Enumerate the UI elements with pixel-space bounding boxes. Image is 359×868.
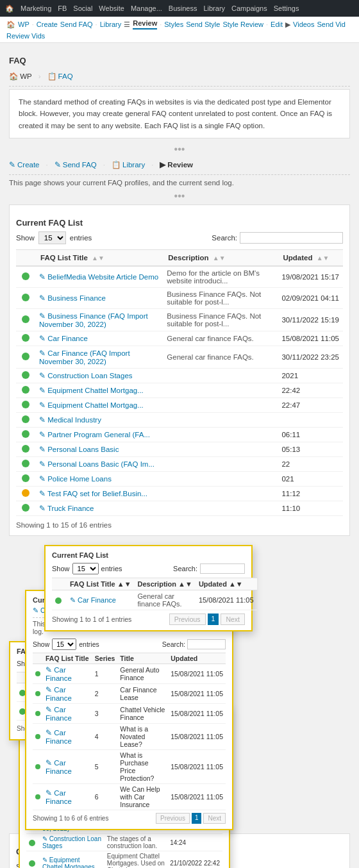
faq-list-updated: 11:10 xyxy=(278,501,343,516)
subnav-wp[interactable]: 🏠 WP xyxy=(9,72,32,81)
nav-website[interactable]: Website xyxy=(99,4,124,12)
col-header-desc[interactable]: Description ▲▼ xyxy=(163,250,278,267)
admin-send-vid[interactable]: Send Vid xyxy=(317,21,345,28)
popup1-next-btn[interactable]: Next xyxy=(221,613,245,625)
nav-home[interactable]: 🏠 xyxy=(5,4,14,13)
nav-social[interactable]: Social xyxy=(73,4,92,12)
admin-styles[interactable]: Styles xyxy=(164,21,183,28)
faq-list-desc: General car finance FAQs. xyxy=(163,346,278,369)
popup1-col-title[interactable]: FAQ List Title ▲▼ xyxy=(67,578,135,590)
action-library[interactable]: 📋 Library xyxy=(112,160,145,169)
nav-campaigns[interactable]: Campaigns xyxy=(231,4,267,12)
faq-list-heading: Current FAQ List xyxy=(16,218,343,228)
separator-dots-2: ••• xyxy=(9,190,350,202)
col-header-title[interactable]: FAQ List Title ▲▼ xyxy=(35,250,163,267)
faq-list-title-link[interactable]: ✎ Partner Program General (FA... xyxy=(39,431,150,438)
admin-videos[interactable]: Videos xyxy=(293,21,314,28)
popup2-showing: Showing 1 to 6 of 6 entries xyxy=(33,815,108,822)
popup1-prev-btn[interactable]: Previous xyxy=(169,613,206,625)
faq-list-title-link[interactable]: ✎ Business Finance xyxy=(39,294,106,302)
faq-list-title-link[interactable]: ✎ Medical Industry xyxy=(39,416,101,424)
action-create[interactable]: ✎ Create xyxy=(9,160,40,169)
faq-list-entries-select[interactable]: 15 25 50 xyxy=(38,231,66,244)
nav-business[interactable]: Business xyxy=(169,4,197,12)
popup1-entries-select[interactable]: 15 xyxy=(72,563,99,574)
admin-create[interactable]: Create xyxy=(37,21,58,28)
faq-list-show-entries: Show 15 25 50 entries xyxy=(16,231,92,244)
action-review[interactable]: ▶ Review xyxy=(160,160,193,169)
faq-list-updated: 2021 xyxy=(278,369,343,383)
faq-list-updated: 22:47 xyxy=(278,398,343,413)
faq-list-row: ✎ Construction Loan Stages 2021 xyxy=(16,369,343,383)
popup2-prev-btn[interactable]: Previous xyxy=(156,813,190,824)
popup1-row-title[interactable]: ✎ Car Finance xyxy=(70,596,116,604)
faq-list-title-link[interactable]: ✎ Police Home Loans xyxy=(39,475,112,483)
faq-list-title-link[interactable]: ✎ Personal Loans Basic (FAQ Im... xyxy=(39,460,154,468)
popup1-title: Current FAQ List xyxy=(52,551,245,559)
nav-library[interactable]: Library xyxy=(203,4,225,12)
faq-list-row: ✎ Test FAQ set for Belief.Busin... 11:12 xyxy=(16,487,343,501)
sub-nav-top: 🏠 WP › 📋 FAQ xyxy=(9,69,350,83)
faq-list-title-link[interactable]: ✎ Equipment Chattel Mortgag... xyxy=(39,387,144,394)
sub-nav-actions: ✎ Create · ✎ Send FAQ · 📋 Library · ▶ Re… xyxy=(9,158,350,172)
popup2-row: ✎ Car Finance 5 What is Purchase Price P… xyxy=(33,750,226,784)
admin-style-review[interactable]: Style Review xyxy=(222,21,263,28)
row-status-dot xyxy=(22,489,29,497)
faq-list-title-link[interactable]: ✎ Business Finance (FAQ Import November … xyxy=(39,312,148,328)
admin-review[interactable]: Review xyxy=(133,19,157,29)
popups-area: Current FAQ List Show 15 entries Search:… xyxy=(9,545,350,827)
nav-settings[interactable]: Settings xyxy=(274,4,299,12)
admin-send-style[interactable]: Send Style xyxy=(186,21,220,28)
faq-list-desc xyxy=(163,383,278,398)
nav-manage[interactable]: Manage... xyxy=(131,4,162,12)
admin-library[interactable]: Library xyxy=(100,21,122,28)
faq-list-title-link[interactable]: ✎ BeliefMedia Website Article Demo xyxy=(39,273,158,281)
faq-list-title-link[interactable]: ✎ Construction Loan Stages xyxy=(39,372,133,380)
popup2-col-title[interactable]: FAQ List Title xyxy=(43,653,92,664)
row-status-dot xyxy=(22,460,29,467)
popup1-search-input[interactable] xyxy=(200,563,245,574)
faq-list-row: ✎ Equipment Chattel Mortgag... 22:47 xyxy=(16,398,343,413)
faq-list-updated: 22 xyxy=(278,457,343,472)
faq-list-row: ✎ Business Finance Business Finance FAQs… xyxy=(16,288,343,309)
faq-list-updated: 05:13 xyxy=(278,442,343,457)
popup2-table: FAQ List Title Series Title Updated ✎ Ca… xyxy=(33,653,226,810)
faq-list-title-link[interactable]: ✎ Truck Finance xyxy=(39,505,94,512)
popup2-row: ✎ Car Finance 1 General Auto Finance 15/… xyxy=(33,664,226,684)
popup2-entries-select[interactable]: 15 xyxy=(52,638,76,650)
popup2-row: ✎ Car Finance 4 What is a Novated Lease?… xyxy=(33,724,226,750)
faq-list-title-link[interactable]: ✎ Car Finance xyxy=(39,335,88,342)
faq-list-title-link[interactable]: ✎ Personal Loans Basic xyxy=(39,446,119,453)
row-status-dot xyxy=(22,445,29,453)
admin-wp[interactable]: WP xyxy=(18,21,29,28)
action-send-faq[interactable]: ✎ Send FAQ xyxy=(54,160,97,169)
faq-list-updated: 30/11/2022 15:19 xyxy=(278,309,343,331)
popup1-col-updated[interactable]: Updated ▲▼ xyxy=(196,578,257,590)
admin-send-faq[interactable]: Send FAQ xyxy=(60,21,93,28)
popup2-search-input[interactable] xyxy=(187,639,226,649)
admin-review-vids[interactable]: Review Vids xyxy=(6,32,45,40)
faq-list-title-link[interactable]: ✎ Equipment Chattel Mortgag... xyxy=(39,401,144,409)
faq-list-search-input[interactable] xyxy=(240,232,343,244)
popup1-col-desc[interactable]: Description ▲▼ xyxy=(135,578,196,590)
faq-list-showing: Showing 1 to 15 of 16 entries xyxy=(16,521,343,529)
admin-edit[interactable]: Edit xyxy=(271,21,283,28)
faq-list-title-link[interactable]: ✎ Car Finance (FAQ Import November 30, 2… xyxy=(39,349,130,365)
popup1-showing: Showing 1 to 1 of 1 entries xyxy=(52,615,131,623)
row-status-dot xyxy=(22,315,29,323)
faq-list-updated: 22:42 xyxy=(278,383,343,398)
nav-marketing[interactable]: Marketing xyxy=(21,4,51,12)
faq-list-row: ✎ Car Finance (FAQ Import November 30, 2… xyxy=(16,346,343,369)
faq-list-title-link[interactable]: ✎ Test FAQ set for Belief.Busin... xyxy=(39,490,147,497)
popup2-next-btn[interactable]: Next xyxy=(203,813,226,824)
popup2-col-series[interactable]: Series xyxy=(92,653,118,664)
popup2-col-faq-title[interactable]: Title xyxy=(117,653,168,664)
nav-fb[interactable]: FB xyxy=(58,4,67,12)
faq-list-desc xyxy=(163,487,278,501)
subnav-faq[interactable]: 📋 FAQ xyxy=(47,72,73,81)
popup2-row: ✎ Car Finance 3 Chattel Vehicle Finance … xyxy=(33,704,226,724)
popup2-col-updated[interactable]: Updated xyxy=(168,653,226,664)
col-header-updated[interactable]: Updated ▲▼ xyxy=(278,250,343,267)
row-status-dot xyxy=(22,334,29,342)
popup2-page: 1 xyxy=(192,813,202,824)
